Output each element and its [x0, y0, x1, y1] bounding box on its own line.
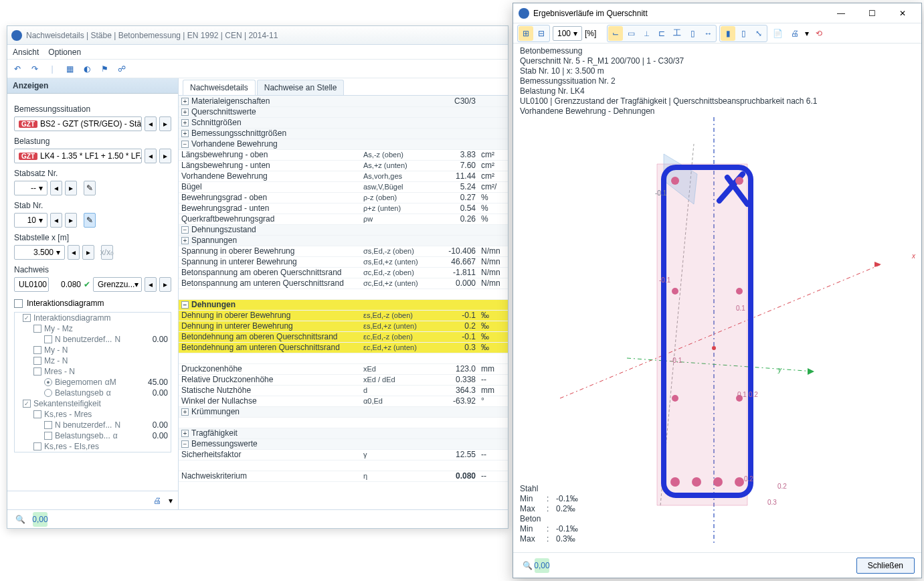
- radio-icon[interactable]: [44, 389, 52, 397]
- stabstelle-ratio-icon[interactable]: x/x₀: [101, 245, 113, 260]
- grid-row[interactable]: Dehnung in unterer Bewehrungεs,Ed,+z (un…: [179, 321, 508, 331]
- grid-row[interactable]: [179, 353, 508, 363]
- proj-7-icon[interactable]: ↔: [701, 26, 715, 41]
- grid-row[interactable]: −Bemessungswerte: [179, 438, 508, 449]
- bel-select[interactable]: GZTLK4 - 1.35 * LF1 + 1.50 * LF...▾: [14, 149, 142, 163]
- tree-row[interactable]: Belastungsebα0.00: [15, 388, 171, 398]
- interaction-tree[interactable]: ✓InteraktionsdiagrammMy - MzN benutzerde…: [14, 312, 171, 452]
- tree-row[interactable]: N benutzerdef...N0.00: [15, 420, 171, 430]
- reset-icon[interactable]: ⟲: [812, 26, 826, 41]
- grid-row[interactable]: −Dehnungszustand: [179, 224, 508, 235]
- toolbar-section-icon[interactable]: ▦: [62, 62, 77, 76]
- footer-units-icon[interactable]: 0,00: [33, 512, 48, 527]
- grid-row[interactable]: Längsbewehrung - untenAs,+z (unten)7.60c…: [179, 160, 508, 171]
- rebar-1-icon[interactable]: ▮: [721, 26, 735, 41]
- tree-row[interactable]: Ks,res - Mres: [15, 409, 171, 420]
- rebar-2-icon[interactable]: ▯: [736, 26, 751, 41]
- stabstelle-input[interactable]: 3.500▾: [14, 245, 65, 260]
- print2-icon[interactable]: 🖨: [788, 26, 802, 41]
- grid-row[interactable]: +MaterialeigenschaftenC30/3: [179, 96, 508, 106]
- checkbox-icon[interactable]: [33, 357, 41, 365]
- export-icon[interactable]: 📄: [770, 26, 785, 41]
- grid-row[interactable]: Bewehrungsgrad - obenρ-z (oben)0.27%: [179, 192, 508, 203]
- nachweis-desc-select[interactable]: Grenzzu...▾: [93, 277, 142, 292]
- maximize-button[interactable]: ☐: [858, 4, 885, 23]
- checkbox-icon[interactable]: [33, 346, 41, 354]
- proj-5-icon[interactable]: 工: [670, 26, 684, 41]
- bel-next-button[interactable]: ▸: [159, 149, 171, 163]
- tree-row[interactable]: ✓Interaktionsdiagramm: [15, 313, 171, 323]
- stabsatz-next-button[interactable]: ▸: [65, 181, 77, 195]
- close-button[interactable]: Schließen: [856, 558, 915, 574]
- grid-row[interactable]: Betondehnung am unteren Querschnittsrand…: [179, 342, 508, 353]
- tab-nachweisdetails[interactable]: Nachweisdetails: [183, 80, 256, 95]
- view-right-icon[interactable]: ⊟: [534, 26, 549, 41]
- tree-row[interactable]: Ks,res - EIs,res: [15, 441, 171, 452]
- grid-row[interactable]: −Vorhandene Bewehrung: [179, 139, 508, 149]
- bem-next-button[interactable]: ▸: [159, 116, 171, 131]
- stab-select[interactable]: 10▾: [14, 213, 48, 228]
- stabsatz-prev-button[interactable]: ◂: [50, 181, 62, 195]
- grid-row[interactable]: Vorhandene BewehrungAs,vorh,ges11.44cm²: [179, 171, 508, 181]
- grid-row[interactable]: +Tragfähigkeit: [179, 428, 508, 438]
- menu-ansicht[interactable]: Ansicht: [13, 48, 39, 57]
- result-grid[interactable]: +MaterialeigenschaftenC30/3+Querschnitts…: [179, 96, 508, 509]
- checkbox-icon[interactable]: ✓: [23, 314, 31, 322]
- grid-row[interactable]: Nachweiskriteriumη0.080--: [179, 471, 508, 481]
- grid-row[interactable]: +Krümmungen: [179, 406, 508, 417]
- grid-row[interactable]: Relative DruckzonenhöhexEd / dEd0.338--: [179, 374, 508, 385]
- stabsatz-pick-icon[interactable]: ✎: [84, 181, 96, 195]
- radio-icon[interactable]: ●: [44, 378, 52, 386]
- grid-row[interactable]: +Spannungen: [179, 235, 508, 246]
- checkbox-icon[interactable]: [44, 421, 52, 429]
- view-left-icon[interactable]: ⊞: [519, 26, 533, 41]
- grid-row[interactable]: Sicherheitsfaktorγ12.55--: [179, 449, 508, 460]
- grid-row[interactable]: Winkel der Nullachseα0,Ed-63.92°: [179, 396, 508, 406]
- float-body[interactable]: BetonbemessungQuerschnitt Nr. 5 - R_M1 2…: [513, 44, 921, 552]
- grid-row[interactable]: Betondehnung am oberen Querschnittsrandε…: [179, 331, 508, 342]
- rebar-3-icon[interactable]: ⤡: [751, 26, 766, 41]
- bel-prev-button[interactable]: ◂: [145, 149, 157, 163]
- proj-3-icon[interactable]: ⟂: [639, 26, 654, 41]
- tree-row[interactable]: ●BiegemomenαM45.00: [15, 377, 171, 388]
- toolbar-link-icon[interactable]: ☍: [114, 62, 129, 76]
- checkbox-icon[interactable]: [44, 335, 52, 343]
- tree-row[interactable]: Belastungseb...α0.00: [15, 430, 171, 441]
- tree-row[interactable]: Mz - N: [15, 355, 171, 366]
- grid-row[interactable]: [179, 417, 508, 428]
- grid-row[interactable]: Statische Nutzhöhed364.3mm: [179, 385, 508, 396]
- float-titlebar[interactable]: Ergebnisverläufe im Querschnitt — ☐ ✕: [513, 3, 921, 23]
- float-search-icon[interactable]: 🔍: [520, 558, 535, 573]
- grid-row[interactable]: Spannung in oberer Bewehrungσs,Ed,-z (ob…: [179, 246, 508, 256]
- grid-row[interactable]: +Bemessungsschnittgrößen: [179, 128, 508, 139]
- grid-row[interactable]: Bügelasw,V,Bügel5.24cm²/: [179, 181, 508, 192]
- grid-row[interactable]: Querkraftbewehrungsgradρw0.26%: [179, 214, 508, 224]
- tab-nachweise-stelle[interactable]: Nachweise an Stelle: [257, 80, 345, 95]
- stab-next-button[interactable]: ▸: [65, 213, 77, 228]
- bem-prev-button[interactable]: ◂: [145, 116, 157, 131]
- checkbox-icon[interactable]: [33, 367, 41, 376]
- checkbox-icon[interactable]: ✓: [23, 400, 31, 408]
- grid-row[interactable]: −Dehnungen: [179, 299, 508, 310]
- proj-2-icon[interactable]: ▭: [624, 26, 638, 41]
- tree-row[interactable]: My - N: [15, 345, 171, 355]
- toolbar-flag-icon[interactable]: ⚑: [97, 62, 112, 76]
- chk-interaktion[interactable]: [14, 299, 23, 308]
- toolbar-arrow-right-icon[interactable]: ↷: [27, 62, 42, 76]
- grid-row[interactable]: Längsbewehrung - obenAs,-z (oben)3.83cm²: [179, 149, 508, 160]
- main-titlebar[interactable]: Nachweisdetails | Stäbe | Betonbemessung…: [7, 26, 508, 45]
- proj-4-icon[interactable]: ⊏: [654, 26, 669, 41]
- proj-6-icon[interactable]: ▯: [685, 26, 700, 41]
- toolbar-arrow-left-icon[interactable]: ↶: [10, 62, 25, 76]
- float-units-icon[interactable]: 0,00: [535, 558, 549, 573]
- stab-prev-button[interactable]: ◂: [50, 213, 62, 228]
- checkbox-icon[interactable]: [33, 442, 41, 450]
- footer-search-icon[interactable]: 🔍: [13, 512, 27, 527]
- tree-row[interactable]: N benutzerdef...N0.00: [15, 334, 171, 345]
- menu-optionen[interactable]: Optionen: [48, 48, 81, 57]
- nachweis-next-button[interactable]: ▸: [159, 277, 171, 292]
- proj-1-icon[interactable]: ⌙: [608, 26, 623, 41]
- grid-row[interactable]: [179, 460, 508, 471]
- print-chevron-icon[interactable]: ▾: [169, 496, 173, 505]
- close-window-button[interactable]: ✕: [889, 4, 916, 23]
